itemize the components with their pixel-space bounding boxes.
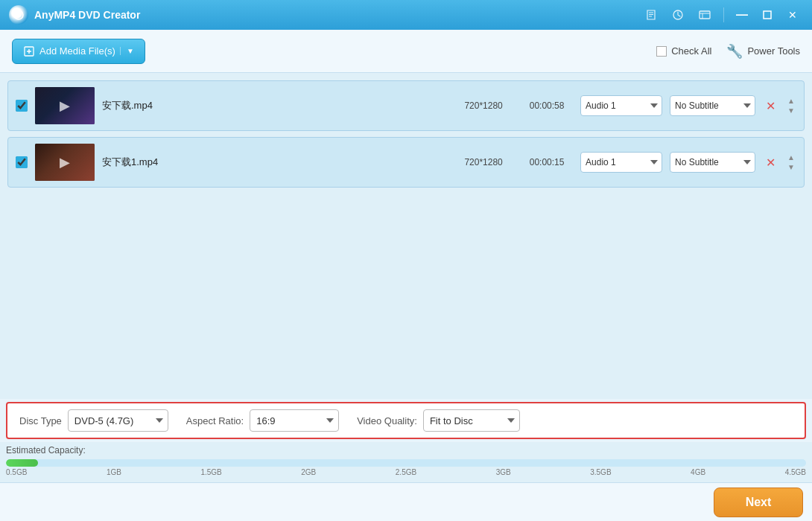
restore-button[interactable] xyxy=(757,4,778,25)
power-tools-icon: 🔧 xyxy=(726,43,743,60)
media-resolution-1: 720*1280 xyxy=(454,157,513,167)
media-row: ▶ 安下载1.mp4 720*1280 00:00:15 Audio 1 No … xyxy=(7,137,805,188)
capacity-tick: 2.5GB xyxy=(396,468,416,476)
svg-rect-9 xyxy=(764,11,771,19)
media-checkbox-0[interactable] xyxy=(16,100,28,112)
minimize-button[interactable]: — xyxy=(732,4,752,25)
toolbar: Add Media File(s) ▼ Check All 🔧 Power To… xyxy=(0,30,812,73)
media-audio-select-0[interactable]: Audio 1 xyxy=(580,95,662,116)
media-remove-button-0[interactable]: ✕ xyxy=(763,98,778,115)
power-tools-button[interactable]: 🔧 Power Tools xyxy=(726,43,800,60)
capacity-tick: 1GB xyxy=(107,468,121,476)
capacity-tick: 0.5GB xyxy=(6,468,27,476)
media-duration-1: 00:00:15 xyxy=(521,157,573,167)
close-button[interactable]: ✕ xyxy=(782,4,803,25)
media-filename-1: 安下载1.mp4 xyxy=(102,156,446,169)
capacity-tick: 2GB xyxy=(301,468,316,476)
media-reorder-1: ▲ ▼ xyxy=(786,153,796,172)
capacity-track xyxy=(6,459,806,467)
add-dropdown-arrow[interactable]: ▼ xyxy=(120,47,134,55)
disc-type-select[interactable]: DVD-5 (4.7G) DVD-9 (8.5G) xyxy=(68,409,168,432)
media-checkbox-1[interactable] xyxy=(16,156,28,168)
check-all-checkbox[interactable] xyxy=(656,46,667,57)
svg-rect-6 xyxy=(700,11,710,19)
add-media-button[interactable]: Add Media File(s) ▼ xyxy=(12,39,145,64)
reorder-up-button-0[interactable]: ▲ xyxy=(786,97,796,106)
play-icon: ▶ xyxy=(60,154,70,170)
footer: Next xyxy=(0,482,812,521)
capacity-label: Estimated Capacity: xyxy=(6,445,86,456)
media-reorder-0: ▲ ▼ xyxy=(786,97,796,115)
media-audio-select-1[interactable]: Audio 1 xyxy=(580,152,662,173)
media-duration-0: 00:00:58 xyxy=(521,100,573,111)
check-all-area[interactable]: Check All xyxy=(656,45,711,57)
capacity-tick: 4.5GB xyxy=(785,468,806,476)
reorder-down-button-0[interactable]: ▼ xyxy=(786,106,796,115)
aspect-ratio-group: Aspect Ratio: 16:9 4:3 xyxy=(186,409,339,432)
capacity-tick: 3GB xyxy=(496,468,511,476)
media-thumbnail-1: ▶ xyxy=(35,144,95,181)
app-title: AnyMP4 DVD Creator xyxy=(34,9,640,21)
disc-type-label: Disc Type xyxy=(19,415,62,426)
capacity-bar-row: Estimated Capacity: 0.5GB1GB1.5GB2GB2.5G… xyxy=(0,442,812,482)
media-filename-0: 安下载.mp4 xyxy=(102,99,446,112)
media-subtitle-select-1[interactable]: No Subtitle xyxy=(670,152,755,173)
toolbar-right: Check All 🔧 Power Tools xyxy=(656,43,800,60)
capacity-tick: 3.5GB xyxy=(590,468,611,476)
main-content: ▶ 安下载.mp4 720*1280 00:00:58 Audio 1 No S… xyxy=(0,73,812,399)
document-icon-btn[interactable] xyxy=(640,4,662,26)
bottom-settings: Disc Type DVD-5 (4.7G) DVD-9 (8.5G) Aspe… xyxy=(6,402,806,439)
app-logo xyxy=(9,5,28,25)
next-button[interactable]: Next xyxy=(714,488,803,517)
capacity-tick: 4GB xyxy=(691,468,705,476)
titlebar: AnyMP4 DVD Creator — ✕ xyxy=(0,0,812,30)
window-controls: — ✕ xyxy=(640,4,803,26)
media-row: ▶ 安下载.mp4 720*1280 00:00:58 Audio 1 No S… xyxy=(7,80,805,131)
aspect-ratio-select[interactable]: 16:9 4:3 xyxy=(250,409,339,432)
media-subtitle-select-0[interactable]: No Subtitle xyxy=(670,95,755,116)
media-remove-button-1[interactable]: ✕ xyxy=(763,154,778,171)
reorder-up-button-1[interactable]: ▲ xyxy=(786,153,796,162)
video-quality-group: Video Quality: Fit to Disc High Medium L… xyxy=(357,409,520,432)
media-thumbnail-0: ▶ xyxy=(35,87,95,124)
capacity-ticks: 0.5GB1GB1.5GB2GB2.5GB3GB3.5GB4GB4.5GB xyxy=(6,467,806,478)
reorder-down-button-1[interactable]: ▼ xyxy=(786,163,796,172)
support-icon-btn[interactable] xyxy=(694,4,716,26)
update-icon-btn[interactable] xyxy=(667,4,689,26)
disc-type-group: Disc Type DVD-5 (4.7G) DVD-9 (8.5G) xyxy=(19,409,168,432)
capacity-tick: 1.5GB xyxy=(200,468,221,476)
video-quality-select[interactable]: Fit to Disc High Medium Low xyxy=(423,409,520,432)
capacity-fill xyxy=(6,459,38,467)
media-resolution-0: 720*1280 xyxy=(454,100,513,111)
power-tools-label: Power Tools xyxy=(747,45,800,57)
svg-marker-1 xyxy=(17,13,22,17)
video-quality-label: Video Quality: xyxy=(357,415,417,426)
play-icon: ▶ xyxy=(60,98,70,114)
aspect-ratio-label: Aspect Ratio: xyxy=(186,415,244,426)
add-media-label: Add Media File(s) xyxy=(39,45,115,57)
check-all-label: Check All xyxy=(671,45,711,57)
